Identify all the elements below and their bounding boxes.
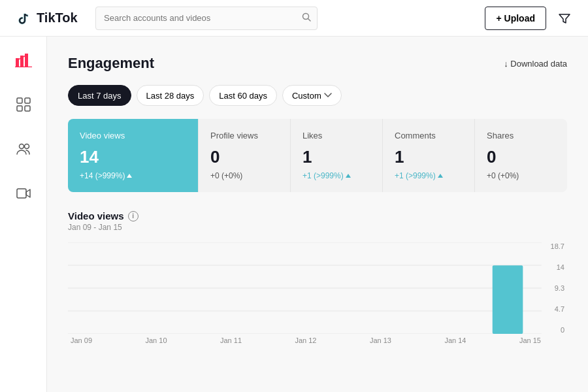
stat-label-2: Likes: [302, 131, 370, 140]
logo: TikTok: [13, 9, 85, 27]
sidebar-item-profile[interactable]: [8, 136, 39, 162]
stat-card-3: Comments1+1 (>999%): [383, 119, 475, 192]
page-title: Engagement: [68, 55, 154, 72]
x-label-2: Jan 11: [220, 336, 242, 344]
y-label-3: 4.7: [551, 305, 564, 313]
layout: Engagement ↓ Download data Last 7 days L…: [0, 37, 588, 392]
stat-card-4: Shares0+0 (+0%): [475, 119, 567, 192]
chevron-down-icon: [324, 93, 332, 98]
svg-point-12: [19, 144, 24, 149]
search-icon: [302, 12, 311, 24]
chart-x-labels: Jan 09Jan 10Jan 11Jan 12Jan 13Jan 14Jan …: [68, 334, 567, 344]
stat-value-2: 1: [302, 147, 370, 167]
video-icon: [16, 186, 31, 201]
header: TikTok + Upload: [0, 0, 588, 37]
filter-icon[interactable]: [554, 8, 575, 29]
arrow-up-icon: [346, 174, 351, 178]
chart-section: Video views i Jan 09 - Jan 15 18.7: [68, 210, 567, 357]
stat-card-0: Video views14+14 (>999%): [68, 119, 199, 192]
tiktok-logo-icon: [13, 9, 31, 27]
x-label-5: Jan 14: [444, 336, 466, 344]
y-label-1: 14: [551, 263, 564, 271]
y-label-2: 9.3: [551, 284, 564, 292]
y-label-4: 0: [551, 326, 564, 334]
svg-point-13: [24, 144, 29, 149]
svg-rect-11: [25, 106, 30, 111]
stat-value-1: 0: [210, 147, 278, 167]
chart-wrap: 18.7 14 9.3 4.7 0 Jan 09Jan 10Jan 11Jan …: [68, 242, 567, 357]
search-bar: [95, 7, 318, 30]
stat-value-3: 1: [395, 147, 463, 167]
logo-text: TikTok: [37, 10, 78, 25]
x-label-3: Jan 12: [295, 336, 316, 344]
filter-last-7-days[interactable]: Last 7 days: [68, 85, 131, 106]
search-input[interactable]: [95, 7, 318, 30]
stat-label-0: Video views: [80, 131, 186, 140]
filter-last-60-days[interactable]: Last 60 days: [209, 85, 277, 106]
stat-label-4: Shares: [487, 131, 555, 140]
svg-line-2: [308, 19, 311, 22]
svg-marker-3: [559, 14, 570, 23]
stat-change-2: +1 (>999%): [302, 171, 370, 180]
x-label-6: Jan 15: [519, 336, 541, 344]
upload-button[interactable]: + Upload: [485, 7, 546, 30]
page-header: Engagement ↓ Download data: [68, 55, 567, 72]
svg-rect-9: [25, 98, 30, 103]
stat-change-3: +1 (>999%): [395, 171, 463, 180]
stat-label-1: Profile views: [210, 131, 278, 140]
filter-last-28-days[interactable]: Last 28 days: [137, 85, 204, 106]
stat-change-0: +14 (>999%): [80, 171, 186, 180]
dashboard-icon: [16, 97, 31, 112]
sidebar-item-dashboard[interactable]: [8, 91, 39, 118]
profile-icon: [16, 141, 31, 157]
header-right: + Upload: [485, 7, 575, 30]
sidebar-item-analytics[interactable]: [8, 47, 39, 73]
stat-value-4: 0: [487, 147, 555, 167]
stat-card-2: Likes1+1 (>999%): [291, 119, 383, 192]
stat-card-1: Profile views0+0 (+0%): [199, 119, 291, 192]
chart-title: Video views i: [68, 210, 567, 221]
stats-grid: Video views14+14 (>999%) Profile views0+…: [68, 119, 567, 192]
stat-label-3: Comments: [395, 131, 463, 140]
y-label-0: 18.7: [551, 242, 564, 250]
bar-6: [493, 265, 523, 334]
analytics-icon: [15, 53, 32, 67]
chart-info-icon[interactable]: i: [128, 211, 139, 221]
stat-value-0: 14: [80, 147, 186, 167]
date-filters: Last 7 days Last 28 days Last 60 days Cu…: [68, 85, 567, 106]
download-data-button[interactable]: ↓ Download data: [504, 59, 567, 69]
arrow-up-icon: [127, 174, 132, 178]
stat-change-1: +0 (+0%): [210, 171, 278, 180]
svg-rect-8: [17, 98, 22, 103]
bar-chart: [68, 242, 567, 334]
sidebar: [0, 37, 47, 392]
x-label-1: Jan 10: [145, 336, 167, 344]
svg-rect-10: [17, 106, 22, 111]
x-label-0: Jan 09: [71, 336, 92, 344]
sidebar-item-video[interactable]: [8, 180, 39, 206]
svg-rect-14: [17, 189, 26, 198]
stat-change-4: +0 (+0%): [487, 171, 555, 180]
x-label-4: Jan 13: [370, 336, 391, 344]
filter-custom[interactable]: Custom: [282, 85, 342, 106]
chart-date-range: Jan 09 - Jan 15: [68, 223, 567, 232]
arrow-up-icon: [438, 174, 443, 178]
main-content: Engagement ↓ Download data Last 7 days L…: [47, 37, 588, 392]
